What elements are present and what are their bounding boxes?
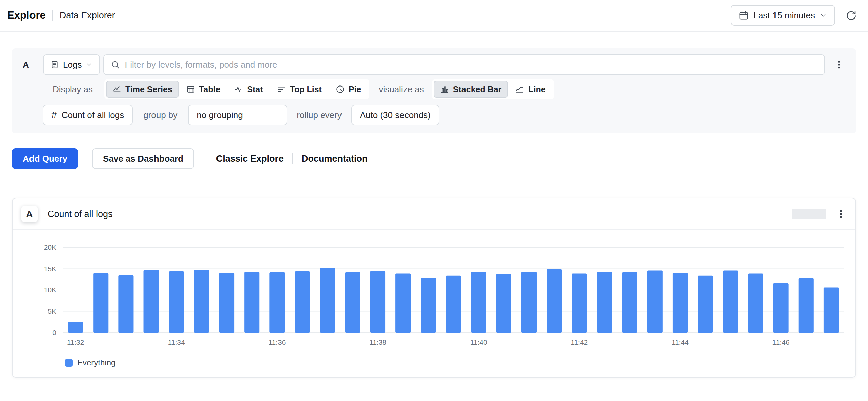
query-row-source: A Logs: [12, 54, 856, 75]
display-as-group: Time Series Table Stat: [104, 79, 369, 99]
table-icon: [186, 85, 195, 94]
topbar-actions: Last 15 minutes: [731, 5, 857, 26]
visualize-as-group: Stacked Bar Line: [432, 79, 554, 99]
chart-legend: Everything: [65, 358, 855, 368]
line-chart-icon: [516, 85, 524, 94]
documentation-link[interactable]: Documentation: [302, 154, 368, 164]
display-option-label: Time Series: [125, 85, 172, 94]
display-option-label: Top List: [290, 85, 322, 94]
group-by-value: no grouping: [197, 110, 243, 120]
chevron-down-icon: [820, 12, 827, 19]
data-source-select[interactable]: Logs: [43, 54, 100, 75]
svg-text:5K: 5K: [48, 307, 56, 315]
legend-label[interactable]: Everything: [78, 358, 115, 368]
chart-options-menu[interactable]: [836, 208, 846, 220]
visualize-option-line[interactable]: Line: [509, 81, 552, 98]
query-builder-panel: A Logs Display as: [12, 48, 856, 133]
display-option-pie[interactable]: Pie: [329, 81, 368, 98]
chevron-down-icon: [86, 61, 93, 68]
metric-label: Count of all logs: [62, 110, 124, 120]
svg-text:0: 0: [52, 329, 56, 336]
svg-text:11:42: 11:42: [571, 338, 588, 346]
calendar-icon: [739, 10, 749, 21]
query-row-aggregation: # Count of all logs group by no grouping…: [12, 104, 856, 125]
metric-select-button[interactable]: # Count of all logs: [42, 104, 133, 125]
hash-icon: #: [51, 109, 57, 121]
stat-icon: [234, 85, 243, 94]
rollup-value: Auto (30 seconds): [360, 110, 431, 120]
chart-card: A Count of all logs 05K10K15K20K11:3211:…: [12, 198, 856, 377]
bar-chart: 05K10K15K20K11:3211:3411:3611:3811:4011:…: [13, 230, 855, 353]
query-options-menu[interactable]: [834, 59, 844, 70]
chart-card-header: A Count of all logs: [13, 198, 855, 230]
legend-swatch: [65, 359, 73, 367]
filter-search-box: [103, 54, 825, 75]
svg-text:11:36: 11:36: [269, 338, 285, 346]
visualize-option-label: Line: [528, 85, 545, 94]
refresh-icon: [845, 10, 857, 21]
display-option-time-series[interactable]: Time Series: [106, 81, 179, 98]
visualize-as-label: visualize as: [379, 84, 424, 95]
svg-text:11:40: 11:40: [470, 338, 487, 346]
display-option-table[interactable]: Table: [180, 81, 227, 98]
add-query-button[interactable]: Add Query: [12, 148, 78, 169]
svg-text:11:34: 11:34: [168, 338, 185, 346]
pie-icon: [336, 85, 344, 94]
time-series-icon: [113, 85, 121, 94]
query-row-display: Display as Time Series Table: [12, 79, 856, 99]
action-bar: Add Query Save as Dashboard Classic Expl…: [12, 148, 856, 169]
chart-header-actions: [792, 208, 846, 220]
refresh-button[interactable]: [845, 10, 857, 21]
top-list-icon: [277, 85, 286, 94]
display-option-label: Table: [199, 85, 220, 94]
chart-canvas: 05K10K15K20K11:3211:3411:3611:3811:4011:…: [23, 241, 854, 352]
logs-document-icon: [50, 60, 59, 69]
save-as-dashboard-button[interactable]: Save as Dashboard: [92, 148, 194, 169]
query-row-label: A: [23, 60, 31, 70]
display-option-top-list[interactable]: Top List: [271, 81, 329, 98]
visualize-option-stacked-bar[interactable]: Stacked Bar: [434, 81, 508, 98]
display-option-label: Stat: [247, 85, 263, 94]
classic-explore-link[interactable]: Classic Explore: [216, 154, 283, 164]
group-by-label: group by: [144, 110, 177, 120]
data-source-label: Logs: [63, 60, 82, 70]
display-option-stat[interactable]: Stat: [227, 81, 270, 98]
search-icon: [111, 60, 120, 69]
svg-text:11:38: 11:38: [369, 338, 386, 346]
page-title: Explore: [7, 9, 45, 22]
group-by-select[interactable]: no grouping: [188, 104, 287, 125]
svg-text:10K: 10K: [44, 286, 56, 294]
svg-text:11:46: 11:46: [773, 338, 789, 346]
breadcrumb: Data Explorer: [60, 10, 115, 21]
link-divider: [292, 153, 293, 164]
rollup-select[interactable]: Auto (30 seconds): [351, 104, 439, 125]
stacked-bar-icon: [440, 85, 449, 94]
display-as-label: Display as: [53, 84, 93, 95]
svg-text:11:44: 11:44: [672, 338, 689, 346]
query-row-badge: A: [22, 206, 37, 222]
svg-text:11:32: 11:32: [67, 338, 84, 346]
display-option-label: Pie: [348, 85, 361, 94]
chart-title: Count of all logs: [48, 209, 113, 219]
loading-placeholder: [792, 209, 827, 219]
rollup-every-label: rollup every: [297, 110, 341, 120]
filter-search-input[interactable]: [125, 60, 818, 70]
svg-text:15K: 15K: [44, 265, 56, 273]
time-range-label: Last 15 minutes: [753, 10, 815, 21]
visualize-option-label: Stacked Bar: [453, 85, 502, 94]
top-bar: Explore Data Explorer Last 15 minutes: [0, 0, 868, 32]
breadcrumb-divider: [52, 10, 53, 21]
time-range-picker[interactable]: Last 15 minutes: [731, 5, 835, 26]
svg-text:20K: 20K: [44, 243, 56, 251]
